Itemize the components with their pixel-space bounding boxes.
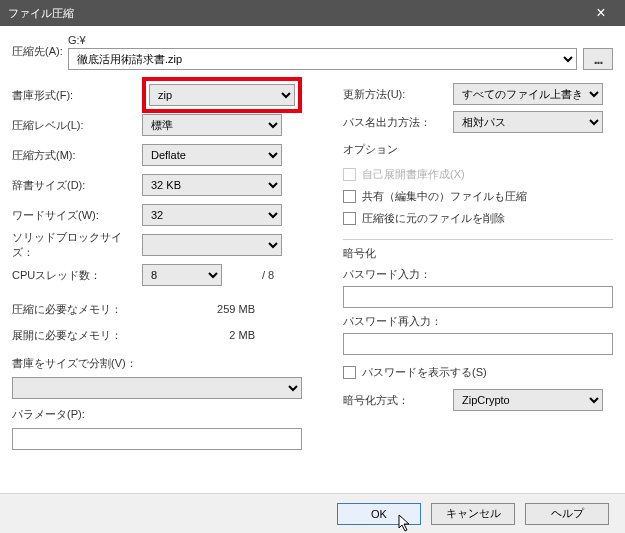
- update-select[interactable]: すべてのファイル上書き: [453, 83, 603, 105]
- sfx-label: 自己展開書庫作成(X): [362, 167, 465, 182]
- close-icon[interactable]: ×: [585, 0, 617, 26]
- title-text: ファイル圧縮: [8, 6, 74, 21]
- browse-button[interactable]: ...: [583, 48, 613, 70]
- shared-checkbox[interactable]: 共有（編集中の）ファイルも圧縮: [343, 185, 613, 207]
- dest-path-select[interactable]: 徹底活用術請求書.zip: [68, 48, 577, 70]
- solid-select[interactable]: [142, 234, 282, 256]
- method-label: 圧縮方式(M):: [12, 148, 142, 163]
- dest-drive: G:¥: [68, 34, 613, 46]
- method-row: 圧縮方式(M): Deflate: [12, 140, 325, 170]
- delete-label: 圧縮後に元のファイルを削除: [362, 211, 505, 226]
- sfx-checkbox: 自己展開書庫作成(X): [343, 163, 613, 185]
- cpu-suffix: / 8: [262, 269, 274, 281]
- destination-row: 圧縮先(A): G:¥ 徹底活用術請求書.zip ...: [12, 34, 613, 70]
- update-row: 更新方法(U): すべてのファイル上書き: [343, 80, 613, 108]
- dict-label: 辞書サイズ(D):: [12, 178, 142, 193]
- word-select[interactable]: 32: [142, 204, 282, 226]
- dict-select[interactable]: 32 KB: [142, 174, 282, 196]
- options-group: オプション 自己展開書庫作成(X) 共有（編集中の）ファイルも圧縮 圧縮後に元の…: [343, 142, 613, 229]
- delete-checkbox[interactable]: 圧縮後に元のファイルを削除: [343, 207, 613, 229]
- enc-method-row: 暗号化方式： ZipCrypto: [343, 389, 613, 411]
- encrypt-title: 暗号化: [343, 246, 613, 261]
- update-label: 更新方法(U):: [343, 87, 453, 102]
- cpu-label: CPUスレッド数：: [12, 268, 142, 283]
- checkbox-icon: [343, 190, 356, 203]
- mem-comp-value: 259 MB: [142, 303, 325, 315]
- show-pw-checkbox[interactable]: パスワードを表示する(S): [343, 361, 613, 383]
- mem-decomp-row: 展開に必要なメモリ： 2 MB: [12, 322, 325, 348]
- solid-label: ソリッドブロックサイズ：: [12, 230, 142, 260]
- checkbox-icon: [343, 168, 356, 181]
- encrypt-group: 暗号化 パスワード入力： パスワード再入力： パスワードを表示する(S) 暗号化…: [343, 246, 613, 411]
- pw1-label: パスワード入力：: [343, 267, 613, 282]
- split-label: 書庫をサイズで分割(V)：: [12, 356, 325, 371]
- split-select[interactable]: [12, 377, 302, 399]
- level-label: 圧縮レベル(L):: [12, 118, 142, 133]
- word-label: ワードサイズ(W):: [12, 208, 142, 223]
- dest-label: 圧縮先(A):: [12, 34, 68, 59]
- ok-button[interactable]: OK: [337, 503, 421, 525]
- mem-decomp-label: 展開に必要なメモリ：: [12, 328, 142, 343]
- format-select[interactable]: zip: [149, 84, 295, 106]
- params-input[interactable]: [12, 428, 302, 450]
- cpu-row: CPUスレッド数： 8 / 8: [12, 260, 325, 290]
- level-select[interactable]: 標準: [142, 114, 282, 136]
- checkbox-icon: [343, 212, 356, 225]
- paths-row: パス名出力方法： 相対パス: [343, 108, 613, 136]
- titlebar: ファイル圧縮 ×: [0, 0, 625, 26]
- footer: OK キャンセル ヘルプ: [0, 493, 625, 533]
- format-row: 書庫形式(F): zip: [12, 80, 325, 110]
- level-row: 圧縮レベル(L): 標準: [12, 110, 325, 140]
- method-select[interactable]: Deflate: [142, 144, 282, 166]
- cpu-select[interactable]: 8: [142, 264, 222, 286]
- content: 圧縮先(A): G:¥ 徹底活用術請求書.zip ... 書庫形式(F): zi…: [0, 26, 625, 450]
- options-title: オプション: [343, 142, 613, 157]
- help-button[interactable]: ヘルプ: [525, 503, 609, 525]
- format-label: 書庫形式(F):: [12, 88, 142, 103]
- params-label: パラメータ(P):: [12, 407, 325, 422]
- mem-comp-row: 圧縮に必要なメモリ： 259 MB: [12, 296, 325, 322]
- mem-comp-label: 圧縮に必要なメモリ：: [12, 302, 142, 317]
- right-column: 更新方法(U): すべてのファイル上書き パス名出力方法： 相対パス オプション…: [325, 80, 613, 450]
- format-highlight: zip: [142, 77, 302, 113]
- pw2-label: パスワード再入力：: [343, 314, 613, 329]
- mem-decomp-value: 2 MB: [142, 329, 325, 341]
- paths-label: パス名出力方法：: [343, 115, 453, 130]
- solid-row: ソリッドブロックサイズ：: [12, 230, 325, 260]
- password-input[interactable]: [343, 286, 613, 308]
- separator: [343, 239, 613, 240]
- checkbox-icon: [343, 366, 356, 379]
- dict-row: 辞書サイズ(D): 32 KB: [12, 170, 325, 200]
- enc-method-label: 暗号化方式：: [343, 393, 453, 408]
- word-row: ワードサイズ(W): 32: [12, 200, 325, 230]
- show-pw-label: パスワードを表示する(S): [362, 365, 487, 380]
- password-confirm-input[interactable]: [343, 333, 613, 355]
- shared-label: 共有（編集中の）ファイルも圧縮: [362, 189, 527, 204]
- paths-select[interactable]: 相対パス: [453, 111, 603, 133]
- enc-method-select[interactable]: ZipCrypto: [453, 389, 603, 411]
- cancel-button[interactable]: キャンセル: [431, 503, 515, 525]
- left-column: 書庫形式(F): zip 圧縮レベル(L): 標準 圧縮方式(M): Defla…: [12, 80, 325, 450]
